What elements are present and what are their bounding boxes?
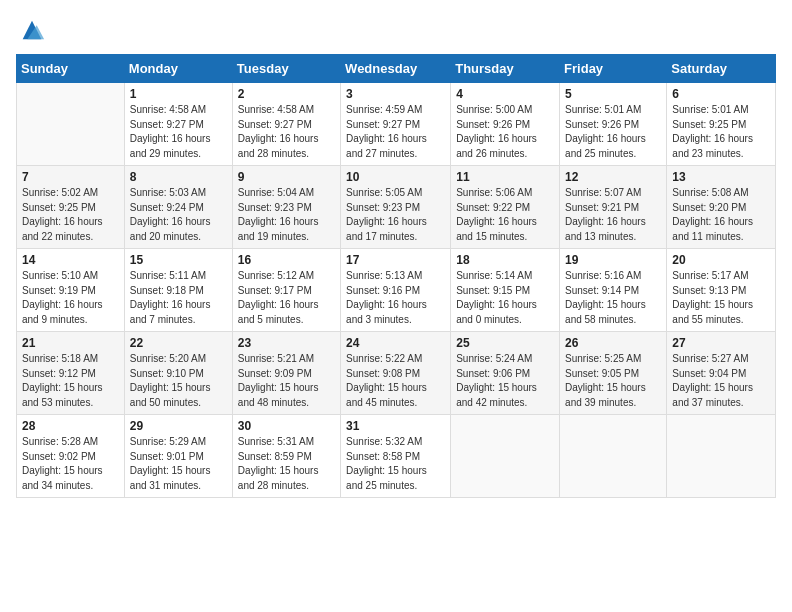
day-number: 31 — [346, 419, 445, 433]
day-info: Sunrise: 5:27 AM Sunset: 9:04 PM Dayligh… — [672, 352, 770, 410]
day-number: 28 — [22, 419, 119, 433]
calendar-cell: 30Sunrise: 5:31 AM Sunset: 8:59 PM Dayli… — [232, 415, 340, 498]
calendar-cell: 26Sunrise: 5:25 AM Sunset: 9:05 PM Dayli… — [560, 332, 667, 415]
calendar-cell: 8Sunrise: 5:03 AM Sunset: 9:24 PM Daylig… — [124, 166, 232, 249]
day-number: 3 — [346, 87, 445, 101]
day-header-friday: Friday — [560, 55, 667, 83]
day-number: 20 — [672, 253, 770, 267]
day-number: 4 — [456, 87, 554, 101]
day-number: 2 — [238, 87, 335, 101]
day-info: Sunrise: 5:12 AM Sunset: 9:17 PM Dayligh… — [238, 269, 335, 327]
calendar-cell: 29Sunrise: 5:29 AM Sunset: 9:01 PM Dayli… — [124, 415, 232, 498]
calendar-cell: 20Sunrise: 5:17 AM Sunset: 9:13 PM Dayli… — [667, 249, 776, 332]
day-number: 19 — [565, 253, 661, 267]
calendar-cell: 4Sunrise: 5:00 AM Sunset: 9:26 PM Daylig… — [451, 83, 560, 166]
calendar-week-row: 14Sunrise: 5:10 AM Sunset: 9:19 PM Dayli… — [17, 249, 776, 332]
day-info: Sunrise: 5:22 AM Sunset: 9:08 PM Dayligh… — [346, 352, 445, 410]
calendar-cell: 3Sunrise: 4:59 AM Sunset: 9:27 PM Daylig… — [341, 83, 451, 166]
calendar-week-row: 7Sunrise: 5:02 AM Sunset: 9:25 PM Daylig… — [17, 166, 776, 249]
day-info: Sunrise: 5:07 AM Sunset: 9:21 PM Dayligh… — [565, 186, 661, 244]
calendar-table: SundayMondayTuesdayWednesdayThursdayFrid… — [16, 54, 776, 498]
calendar-cell: 31Sunrise: 5:32 AM Sunset: 8:58 PM Dayli… — [341, 415, 451, 498]
calendar-cell: 19Sunrise: 5:16 AM Sunset: 9:14 PM Dayli… — [560, 249, 667, 332]
day-number: 5 — [565, 87, 661, 101]
day-info: Sunrise: 5:25 AM Sunset: 9:05 PM Dayligh… — [565, 352, 661, 410]
day-info: Sunrise: 5:04 AM Sunset: 9:23 PM Dayligh… — [238, 186, 335, 244]
day-header-sunday: Sunday — [17, 55, 125, 83]
calendar-cell — [667, 415, 776, 498]
calendar-cell: 28Sunrise: 5:28 AM Sunset: 9:02 PM Dayli… — [17, 415, 125, 498]
day-number: 18 — [456, 253, 554, 267]
day-number: 12 — [565, 170, 661, 184]
day-number: 25 — [456, 336, 554, 350]
day-number: 11 — [456, 170, 554, 184]
calendar-cell: 2Sunrise: 4:58 AM Sunset: 9:27 PM Daylig… — [232, 83, 340, 166]
calendar-cell: 13Sunrise: 5:08 AM Sunset: 9:20 PM Dayli… — [667, 166, 776, 249]
page-header — [16, 16, 776, 44]
day-number: 9 — [238, 170, 335, 184]
calendar-cell: 18Sunrise: 5:14 AM Sunset: 9:15 PM Dayli… — [451, 249, 560, 332]
day-info: Sunrise: 5:10 AM Sunset: 9:19 PM Dayligh… — [22, 269, 119, 327]
day-info: Sunrise: 5:24 AM Sunset: 9:06 PM Dayligh… — [456, 352, 554, 410]
day-info: Sunrise: 5:13 AM Sunset: 9:16 PM Dayligh… — [346, 269, 445, 327]
calendar-week-row: 28Sunrise: 5:28 AM Sunset: 9:02 PM Dayli… — [17, 415, 776, 498]
calendar-cell — [17, 83, 125, 166]
day-number: 22 — [130, 336, 227, 350]
day-number: 10 — [346, 170, 445, 184]
day-info: Sunrise: 5:03 AM Sunset: 9:24 PM Dayligh… — [130, 186, 227, 244]
day-info: Sunrise: 4:58 AM Sunset: 9:27 PM Dayligh… — [130, 103, 227, 161]
calendar-cell: 22Sunrise: 5:20 AM Sunset: 9:10 PM Dayli… — [124, 332, 232, 415]
day-number: 24 — [346, 336, 445, 350]
calendar-cell: 16Sunrise: 5:12 AM Sunset: 9:17 PM Dayli… — [232, 249, 340, 332]
logo-icon — [18, 16, 46, 44]
calendar-week-row: 1Sunrise: 4:58 AM Sunset: 9:27 PM Daylig… — [17, 83, 776, 166]
day-header-tuesday: Tuesday — [232, 55, 340, 83]
day-number: 27 — [672, 336, 770, 350]
day-number: 26 — [565, 336, 661, 350]
day-info: Sunrise: 5:01 AM Sunset: 9:26 PM Dayligh… — [565, 103, 661, 161]
calendar-cell: 17Sunrise: 5:13 AM Sunset: 9:16 PM Dayli… — [341, 249, 451, 332]
day-number: 13 — [672, 170, 770, 184]
day-number: 30 — [238, 419, 335, 433]
day-info: Sunrise: 5:01 AM Sunset: 9:25 PM Dayligh… — [672, 103, 770, 161]
calendar-cell: 12Sunrise: 5:07 AM Sunset: 9:21 PM Dayli… — [560, 166, 667, 249]
day-info: Sunrise: 4:58 AM Sunset: 9:27 PM Dayligh… — [238, 103, 335, 161]
calendar-cell: 15Sunrise: 5:11 AM Sunset: 9:18 PM Dayli… — [124, 249, 232, 332]
calendar-cell: 27Sunrise: 5:27 AM Sunset: 9:04 PM Dayli… — [667, 332, 776, 415]
day-info: Sunrise: 5:28 AM Sunset: 9:02 PM Dayligh… — [22, 435, 119, 493]
day-info: Sunrise: 5:32 AM Sunset: 8:58 PM Dayligh… — [346, 435, 445, 493]
day-info: Sunrise: 5:08 AM Sunset: 9:20 PM Dayligh… — [672, 186, 770, 244]
day-info: Sunrise: 5:31 AM Sunset: 8:59 PM Dayligh… — [238, 435, 335, 493]
day-info: Sunrise: 5:05 AM Sunset: 9:23 PM Dayligh… — [346, 186, 445, 244]
calendar-cell: 9Sunrise: 5:04 AM Sunset: 9:23 PM Daylig… — [232, 166, 340, 249]
day-header-wednesday: Wednesday — [341, 55, 451, 83]
day-info: Sunrise: 5:21 AM Sunset: 9:09 PM Dayligh… — [238, 352, 335, 410]
day-info: Sunrise: 5:17 AM Sunset: 9:13 PM Dayligh… — [672, 269, 770, 327]
calendar-cell: 1Sunrise: 4:58 AM Sunset: 9:27 PM Daylig… — [124, 83, 232, 166]
day-info: Sunrise: 5:29 AM Sunset: 9:01 PM Dayligh… — [130, 435, 227, 493]
calendar-cell: 5Sunrise: 5:01 AM Sunset: 9:26 PM Daylig… — [560, 83, 667, 166]
calendar-header-row: SundayMondayTuesdayWednesdayThursdayFrid… — [17, 55, 776, 83]
day-number: 8 — [130, 170, 227, 184]
calendar-cell: 7Sunrise: 5:02 AM Sunset: 9:25 PM Daylig… — [17, 166, 125, 249]
day-info: Sunrise: 5:18 AM Sunset: 9:12 PM Dayligh… — [22, 352, 119, 410]
calendar-week-row: 21Sunrise: 5:18 AM Sunset: 9:12 PM Dayli… — [17, 332, 776, 415]
day-info: Sunrise: 5:06 AM Sunset: 9:22 PM Dayligh… — [456, 186, 554, 244]
calendar-cell: 14Sunrise: 5:10 AM Sunset: 9:19 PM Dayli… — [17, 249, 125, 332]
logo — [16, 16, 46, 44]
day-info: Sunrise: 5:14 AM Sunset: 9:15 PM Dayligh… — [456, 269, 554, 327]
day-number: 7 — [22, 170, 119, 184]
calendar-cell — [451, 415, 560, 498]
day-info: Sunrise: 5:11 AM Sunset: 9:18 PM Dayligh… — [130, 269, 227, 327]
calendar-cell: 25Sunrise: 5:24 AM Sunset: 9:06 PM Dayli… — [451, 332, 560, 415]
day-number: 16 — [238, 253, 335, 267]
calendar-cell — [560, 415, 667, 498]
day-header-thursday: Thursday — [451, 55, 560, 83]
day-info: Sunrise: 5:02 AM Sunset: 9:25 PM Dayligh… — [22, 186, 119, 244]
calendar-cell: 24Sunrise: 5:22 AM Sunset: 9:08 PM Dayli… — [341, 332, 451, 415]
day-number: 29 — [130, 419, 227, 433]
day-number: 15 — [130, 253, 227, 267]
day-number: 14 — [22, 253, 119, 267]
day-header-saturday: Saturday — [667, 55, 776, 83]
day-number: 23 — [238, 336, 335, 350]
